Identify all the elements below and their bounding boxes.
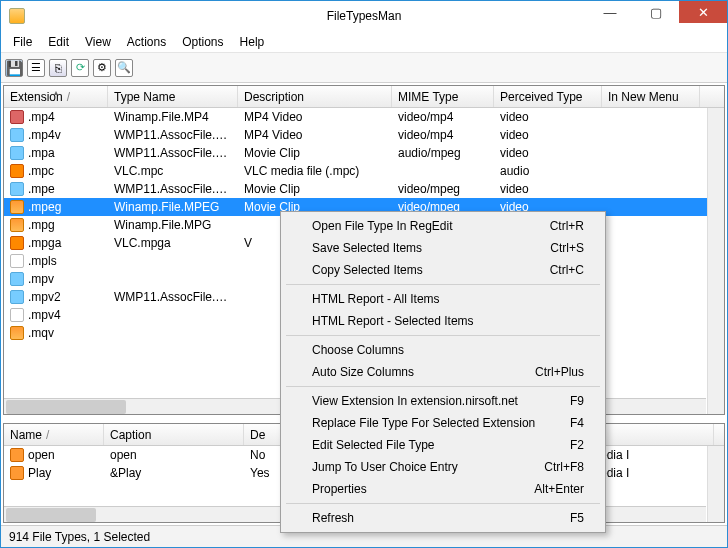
- upper-vscroll[interactable]: [707, 108, 724, 414]
- col-in-new-menu[interactable]: In New Menu: [602, 86, 700, 107]
- file-icon: [10, 200, 24, 214]
- window-title: FileTypesMan: [327, 9, 402, 23]
- col-name[interactable]: Name /: [4, 424, 104, 445]
- maximize-button[interactable]: ▢: [633, 1, 679, 23]
- table-row[interactable]: .mp4vWMP11.AssocFile.M...MP4 Videovideo/…: [4, 126, 724, 144]
- file-icon: [10, 236, 24, 250]
- toolbar: 💾 ☰ ⎘ ⟳ ⚙ 🔍: [1, 53, 727, 83]
- ctx-view-extension-in-extension-nirsoft-net[interactable]: View Extension In extension.nirsoft.netF…: [284, 390, 602, 412]
- col-de[interactable]: De: [244, 424, 284, 445]
- ctx-copy-selected-items[interactable]: Copy Selected ItemsCtrl+C: [284, 259, 602, 281]
- ctx-choose-columns[interactable]: Choose Columns: [284, 339, 602, 361]
- upper-headers: Extension▴ /Type NameDescriptionMIME Typ…: [4, 86, 724, 108]
- ctx-html-report-all-items[interactable]: HTML Report - All Items: [284, 288, 602, 310]
- ctx-properties[interactable]: PropertiesAlt+Enter: [284, 478, 602, 500]
- menu-edit[interactable]: Edit: [40, 33, 77, 51]
- col-extension[interactable]: Extension▴ /: [4, 86, 108, 107]
- file-icon: [10, 182, 24, 196]
- play-icon: [10, 448, 24, 462]
- ctx-html-report-selected-items[interactable]: HTML Report - Selected Items: [284, 310, 602, 332]
- file-icon: [10, 290, 24, 304]
- close-button[interactable]: ✕: [679, 1, 727, 23]
- minimize-button[interactable]: —: [587, 1, 633, 23]
- titlebar: FileTypesMan — ▢ ✕: [1, 1, 727, 31]
- save-icon[interactable]: 💾: [5, 59, 23, 77]
- ctx-separator: [286, 284, 600, 285]
- file-icon: [10, 308, 24, 322]
- ctx-edit-selected-file-type[interactable]: Edit Selected File TypeF2: [284, 434, 602, 456]
- play-icon: [10, 466, 24, 480]
- table-row[interactable]: .mpeWMP11.AssocFile.M...Movie Clipvideo/…: [4, 180, 724, 198]
- ctx-save-selected-items[interactable]: Save Selected ItemsCtrl+S: [284, 237, 602, 259]
- col-description[interactable]: Description: [238, 86, 392, 107]
- find-icon[interactable]: 🔍: [115, 59, 133, 77]
- file-icon: [10, 254, 24, 268]
- menu-view[interactable]: View: [77, 33, 119, 51]
- app-icon: [9, 8, 25, 24]
- ctx-jump-to-user-choice-entry[interactable]: Jump To User Choice EntryCtrl+F8: [284, 456, 602, 478]
- ctx-refresh[interactable]: RefreshF5: [284, 507, 602, 529]
- file-icon: [10, 218, 24, 232]
- ctx-separator: [286, 503, 600, 504]
- file-icon: [10, 146, 24, 160]
- col-perceived-type[interactable]: Perceived Type: [494, 86, 602, 107]
- ctx-replace-file-type-for-selected-extension[interactable]: Replace File Type For Selected Extension…: [284, 412, 602, 434]
- copy-icon[interactable]: ⎘: [49, 59, 67, 77]
- menubar: File Edit View Actions Options Help: [1, 31, 727, 53]
- menu-file[interactable]: File: [5, 33, 40, 51]
- file-icon: [10, 128, 24, 142]
- ctx-separator: [286, 335, 600, 336]
- file-icon: [10, 110, 24, 124]
- lower-vscroll[interactable]: [707, 446, 724, 522]
- menu-actions[interactable]: Actions: [119, 33, 174, 51]
- refresh-icon[interactable]: ⟳: [71, 59, 89, 77]
- col-caption[interactable]: Caption: [104, 424, 244, 445]
- menu-options[interactable]: Options: [174, 33, 231, 51]
- properties-icon[interactable]: ☰: [27, 59, 45, 77]
- file-icon: [10, 164, 24, 178]
- table-row[interactable]: .mpcVLC.mpcVLC media file (.mpc)audio: [4, 162, 724, 180]
- ctx-auto-size-columns[interactable]: Auto Size ColumnsCtrl+Plus: [284, 361, 602, 383]
- options-icon[interactable]: ⚙: [93, 59, 111, 77]
- file-icon: [10, 272, 24, 286]
- ctx-open-file-type-in-regedit[interactable]: Open File Type In RegEditCtrl+R: [284, 215, 602, 237]
- menu-help[interactable]: Help: [232, 33, 273, 51]
- table-row[interactable]: .mpaWMP11.AssocFile.M...Movie Clipaudio/…: [4, 144, 724, 162]
- table-row[interactable]: .mp4Winamp.File.MP4MP4 Videovideo/mp4vid…: [4, 108, 724, 126]
- col-type-name[interactable]: Type Name: [108, 86, 238, 107]
- col-mime-type[interactable]: MIME Type: [392, 86, 494, 107]
- ctx-separator: [286, 386, 600, 387]
- window-buttons: — ▢ ✕: [587, 1, 727, 23]
- file-icon: [10, 326, 24, 340]
- status-text: 914 File Types, 1 Selected: [9, 530, 150, 544]
- context-menu: Open File Type In RegEditCtrl+RSave Sele…: [280, 211, 606, 533]
